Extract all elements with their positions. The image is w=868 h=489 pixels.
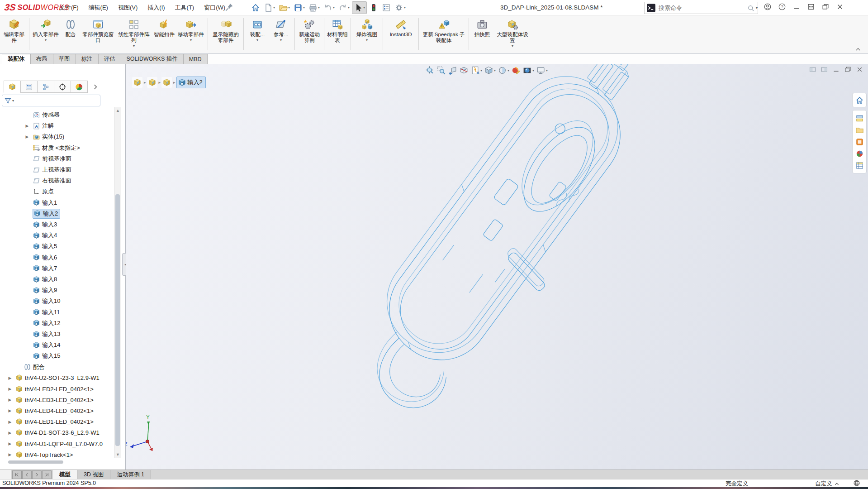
tab-布局[interactable]: 布局	[30, 54, 53, 64]
scroll-down-icon[interactable]: ▼	[114, 451, 121, 458]
tree-item[interactable]: 输入2	[0, 209, 114, 219]
ribbon-move-component-button[interactable]: 移动零部件▾	[176, 16, 206, 54]
nav-prev-button[interactable]	[22, 470, 32, 479]
tree-item[interactable]: 输入7	[0, 264, 114, 273]
ribbon-smart-fasteners-button[interactable]: 智能扣件	[152, 16, 176, 54]
tree-item[interactable]: 输入9	[0, 285, 114, 295]
tree-item[interactable]: 输入4	[0, 230, 114, 240]
breadcrumb-selected[interactable]: 输入2	[176, 77, 206, 88]
tree-filter-input[interactable]: ▾	[2, 95, 100, 106]
menu-编辑(E)[interactable]: 编辑(E)	[84, 0, 113, 15]
ribbon-motion-study-button[interactable]: 新建运动算例	[297, 16, 322, 54]
breadcrumb-parent[interactable]	[147, 77, 157, 88]
panel-tab-configuration-manager[interactable]	[37, 81, 54, 93]
dynamic-annotation-views-button[interactable]: A▾	[470, 65, 483, 76]
ribbon-edit-component-button[interactable]: 编辑零部件	[1, 16, 27, 54]
ribbon-reference-geometry-button[interactable]: 参考...▾	[269, 16, 293, 54]
ribbon-instant3d-button[interactable]: Instant3D	[385, 16, 417, 54]
expand-arrow-icon[interactable]: ▶	[7, 387, 13, 391]
ribbon-preview-window-button[interactable]: 零部件预览窗口	[81, 16, 115, 54]
expand-arrow-icon[interactable]: ▶	[7, 398, 13, 402]
appearances-scenes-button[interactable]	[854, 148, 865, 159]
ribbon-assembly-features-button[interactable]: 装配...▾	[246, 16, 269, 54]
scroll-up-icon[interactable]: ▲	[114, 107, 121, 114]
expand-arrow-icon[interactable]: ▶	[7, 376, 13, 380]
ribbon-exploded-view-button[interactable]: 爆炸视图▾	[353, 16, 381, 54]
undo-button[interactable]: ▾	[322, 2, 336, 14]
ribbon-snapshot-button[interactable]: 拍快照	[471, 16, 493, 54]
tree-item[interactable]: 输入10	[0, 296, 114, 306]
pin-icon[interactable]	[224, 2, 234, 12]
window-close-button[interactable]	[836, 3, 844, 12]
menu-视图(V)[interactable]: 视图(V)	[113, 0, 142, 15]
menu-工具(T)[interactable]: 工具(T)	[170, 0, 199, 15]
tree-item[interactable]: 原点	[0, 187, 114, 197]
redo-button[interactable]: ▾	[337, 2, 351, 14]
file-explorer-button[interactable]	[854, 124, 865, 136]
globe-icon[interactable]	[853, 479, 860, 487]
open-file-button[interactable]: ▾	[277, 2, 291, 14]
tab-标注[interactable]: 标注	[76, 54, 99, 64]
tree-item[interactable]: 输入14	[0, 340, 114, 350]
doc-split-left-button[interactable]	[809, 66, 816, 75]
tree-item[interactable]: ▶thV4-LED1-LED_0402<1>	[0, 417, 114, 427]
view-orientation-button[interactable]: ▾	[483, 65, 497, 76]
vertical-scroll-thumb[interactable]	[115, 194, 120, 446]
expand-arrow-icon[interactable]: ▶	[7, 441, 13, 446]
tree-item[interactable]: ▶thV4-D1-SOT-23-6_L2.9-W1	[0, 428, 114, 438]
tab-SOLIDWORKS 插件[interactable]: SOLIDWORKS 插件	[121, 54, 184, 64]
tree-item[interactable]: 输入11	[0, 307, 114, 317]
user-account-button[interactable]	[764, 3, 772, 12]
tree-item[interactable]: 输入3	[0, 220, 114, 230]
section-view-button[interactable]	[458, 65, 470, 76]
nav-first-button[interactable]	[12, 470, 22, 479]
search-dropdown-icon[interactable]: ▾	[756, 6, 758, 10]
previous-view-button[interactable]	[447, 65, 458, 76]
select-cursor-button[interactable]: ▾	[352, 1, 367, 14]
doc-window-minimize-button[interactable]	[832, 66, 840, 75]
doc-tab-模型[interactable]: 模型	[53, 470, 77, 479]
tree-item[interactable]: ▶thV4-U2-SOT-23-3_L2.9-W1	[0, 373, 114, 383]
doc-tab-运动算例 1[interactable]: 运动算例 1	[110, 470, 151, 479]
command-search[interactable]: ▾	[644, 2, 758, 14]
ribbon-show-hidden-button[interactable]: 显示隐藏的零部件	[210, 16, 242, 54]
help-button[interactable]: ?	[778, 3, 786, 12]
doc-split-right-button[interactable]	[821, 66, 828, 75]
tree-item[interactable]: 输入13	[0, 329, 114, 339]
tab-评估[interactable]: 评估	[98, 54, 121, 64]
tree-item[interactable]: 上视基准面	[0, 165, 114, 175]
panel-tab-featuremanager-tree[interactable]	[4, 81, 21, 93]
tree-item[interactable]: ▶thV4-LED4-LED_0402<1>	[0, 406, 114, 416]
zoom-to-fit-button[interactable]	[424, 65, 436, 76]
tree-item[interactable]: 输入12	[0, 318, 114, 328]
zoom-to-area-button[interactable]	[436, 65, 447, 76]
options-list-button[interactable]	[380, 2, 392, 14]
panel-tab-dimxpert[interactable]	[54, 81, 71, 93]
home-button[interactable]	[250, 2, 261, 14]
window-restore-button[interactable]	[821, 3, 830, 12]
expand-arrow-icon[interactable]: ▶	[7, 452, 13, 457]
nav-last-button[interactable]	[42, 470, 52, 479]
view-settings-button[interactable]: ▾	[535, 65, 549, 76]
window-maximize-button[interactable]	[807, 3, 815, 12]
ribbon-bom-table-button[interactable]: 材料明细表	[326, 16, 349, 54]
tree-item[interactable]: 传感器	[0, 110, 114, 120]
expand-arrow-icon[interactable]: ▶	[7, 431, 13, 435]
settings-gear-button[interactable]: ▾	[393, 2, 407, 14]
ribbon-collapse-icon[interactable]	[854, 46, 863, 53]
search-input[interactable]	[658, 4, 747, 12]
expand-arrow-icon[interactable]: ▶	[24, 124, 30, 128]
panel-expand-icon[interactable]	[92, 83, 99, 91]
expand-arrow-icon[interactable]: ▶	[7, 420, 13, 424]
tree-item[interactable]: 配合	[0, 362, 114, 372]
tree-item[interactable]: ▶thV4-TopTrack<1>	[0, 450, 114, 458]
tree-item[interactable]: ▶thV4-U1-LQFP-48_L7.0-W7.0	[0, 439, 114, 449]
new-document-button[interactable]: ▾	[262, 2, 276, 14]
tree-item[interactable]: ▶thV4-LED2-LED_0402<1>	[0, 384, 114, 394]
custom-properties-button[interactable]	[854, 159, 865, 171]
ribbon-mate-button[interactable]: 配合	[60, 16, 81, 54]
solidworks-resources-button[interactable]	[852, 93, 867, 107]
tree-item[interactable]: 输入6	[0, 253, 114, 263]
doc-window-restore-button[interactable]	[844, 66, 852, 75]
tab-草图[interactable]: 草图	[53, 54, 76, 64]
